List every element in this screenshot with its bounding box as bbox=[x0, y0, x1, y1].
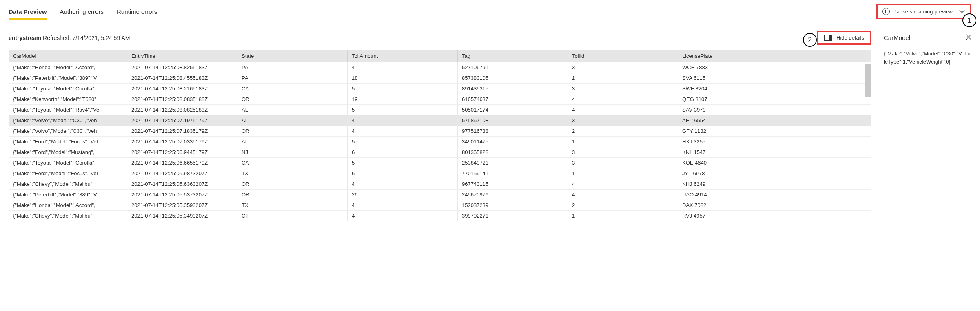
cell-tag[interactable]: 253840721 bbox=[458, 158, 568, 168]
table-row[interactable]: {"Make":"Volvo","Model":"C30","Veh2021-0… bbox=[9, 115, 871, 126]
cell-tollamount[interactable]: 5 bbox=[348, 137, 458, 147]
cell-state[interactable]: PA bbox=[237, 73, 348, 84]
tab-authoring-errors[interactable]: Authoring errors bbox=[60, 4, 104, 19]
cell-tollid[interactable]: 3 bbox=[568, 158, 678, 168]
cell-tag[interactable]: 801365828 bbox=[458, 147, 568, 158]
cell-entrytime[interactable]: 2021-07-14T12:25:05.9873207Z bbox=[127, 168, 237, 179]
cell-tollamount[interactable]: 18 bbox=[348, 73, 458, 84]
cell-state[interactable]: TX bbox=[237, 168, 348, 179]
pause-streaming-button[interactable]: Pause streaming preview 1 bbox=[876, 4, 971, 19]
cell-plate[interactable]: DAK 7082 bbox=[678, 200, 871, 211]
cell-tollamount[interactable]: 4 bbox=[348, 62, 458, 73]
cell-carmodel[interactable]: {"Make":"Ford","Model":"Mustang", bbox=[9, 147, 127, 158]
table-row[interactable]: {"Make":"Kenworth","Model":"T680"2021-07… bbox=[9, 94, 871, 105]
cell-entrytime[interactable]: 2021-07-14T12:25:07.0335179Z bbox=[127, 137, 237, 147]
cell-tollamount[interactable]: 6 bbox=[348, 147, 458, 158]
cell-tollid[interactable]: 2 bbox=[568, 200, 678, 211]
vertical-scrollbar[interactable] bbox=[865, 64, 871, 97]
cell-plate[interactable]: WCE 7883 bbox=[678, 62, 871, 73]
cell-carmodel[interactable]: {"Make":"Volvo","Model":"C30","Veh bbox=[9, 115, 127, 126]
table-row[interactable]: {"Make":"Toyota","Model":"Corolla",2021-… bbox=[9, 84, 871, 94]
cell-tag[interactable]: 245670976 bbox=[458, 190, 568, 200]
col-header-licenseplate[interactable]: LicensePlate bbox=[678, 50, 871, 62]
cell-state[interactable]: AL bbox=[237, 115, 348, 126]
cell-plate[interactable]: KHJ 6249 bbox=[678, 179, 871, 190]
cell-plate[interactable]: QEG 8107 bbox=[678, 94, 871, 105]
col-header-carmodel[interactable]: CarModel bbox=[9, 50, 127, 62]
cell-tollamount[interactable]: 4 bbox=[348, 126, 458, 137]
cell-tollid[interactable]: 1 bbox=[568, 137, 678, 147]
cell-tollid[interactable]: 2 bbox=[568, 126, 678, 137]
cell-entrytime[interactable]: 2021-07-14T12:25:05.3493207Z bbox=[127, 211, 237, 221]
hide-details-button[interactable]: 2 Hide details bbox=[817, 31, 871, 45]
col-header-entrytime[interactable]: EntryTime bbox=[127, 50, 237, 62]
cell-tag[interactable]: 505017174 bbox=[458, 105, 568, 115]
col-header-tag[interactable]: Tag bbox=[458, 50, 568, 62]
cell-carmodel[interactable]: {"Make":"Peterbilt","Model":"389","V bbox=[9, 73, 127, 84]
cell-tollid[interactable]: 4 bbox=[568, 94, 678, 105]
table-row[interactable]: {"Make":"Volvo","Model":"C30","Veh2021-0… bbox=[9, 126, 871, 137]
tab-data-preview[interactable]: Data Preview bbox=[9, 4, 47, 19]
cell-plate[interactable]: HXJ 3255 bbox=[678, 137, 871, 147]
cell-entrytime[interactable]: 2021-07-14T12:25:06.9445179Z bbox=[127, 147, 237, 158]
cell-tollamount[interactable]: 19 bbox=[348, 94, 458, 105]
cell-tollid[interactable]: 1 bbox=[568, 211, 678, 221]
cell-tollamount[interactable]: 4 bbox=[348, 115, 458, 126]
cell-tollid[interactable]: 3 bbox=[568, 147, 678, 158]
cell-tag[interactable]: 891439315 bbox=[458, 84, 568, 94]
cell-state[interactable]: AL bbox=[237, 105, 348, 115]
cell-tollamount[interactable]: 5 bbox=[348, 105, 458, 115]
cell-entrytime[interactable]: 2021-07-14T12:25:08.4555183Z bbox=[127, 73, 237, 84]
cell-entrytime[interactable]: 2021-07-14T12:25:05.6363207Z bbox=[127, 179, 237, 190]
cell-carmodel[interactable]: {"Make":"Toyota","Model":"Rav4","Ve bbox=[9, 105, 127, 115]
cell-tag[interactable]: 399702271 bbox=[458, 211, 568, 221]
cell-tag[interactable]: 575867108 bbox=[458, 115, 568, 126]
table-row[interactable]: {"Make":"Ford","Model":"Focus","Vel2021-… bbox=[9, 137, 871, 147]
col-header-tollamount[interactable]: TollAmount bbox=[348, 50, 458, 62]
table-row[interactable]: {"Make":"Chevy","Model":"Malibu",2021-07… bbox=[9, 211, 871, 221]
cell-plate[interactable]: AEP 6554 bbox=[678, 115, 871, 126]
cell-state[interactable]: CA bbox=[237, 84, 348, 94]
cell-entrytime[interactable]: 2021-07-14T12:25:08.2165183Z bbox=[127, 84, 237, 94]
cell-state[interactable]: CT bbox=[237, 211, 348, 221]
cell-carmodel[interactable]: {"Make":"Toyota","Model":"Corolla", bbox=[9, 158, 127, 168]
cell-tollid[interactable]: 1 bbox=[568, 168, 678, 179]
cell-plate[interactable]: GFY 1132 bbox=[678, 126, 871, 137]
cell-state[interactable]: AL bbox=[237, 137, 348, 147]
cell-carmodel[interactable]: {"Make":"Chevy","Model":"Malibu", bbox=[9, 179, 127, 190]
cell-entrytime[interactable]: 2021-07-14T12:25:07.1835179Z bbox=[127, 126, 237, 137]
cell-state[interactable]: OR bbox=[237, 190, 348, 200]
col-header-tollid[interactable]: TollId bbox=[568, 50, 678, 62]
cell-tollid[interactable]: 3 bbox=[568, 84, 678, 94]
cell-carmodel[interactable]: {"Make":"Honda","Model":"Accord", bbox=[9, 200, 127, 211]
cell-tag[interactable]: 527106791 bbox=[458, 62, 568, 73]
cell-state[interactable]: OR bbox=[237, 179, 348, 190]
cell-tollamount[interactable]: 4 bbox=[348, 211, 458, 221]
table-row[interactable]: {"Make":"Ford","Model":"Focus","Vel2021-… bbox=[9, 168, 871, 179]
cell-entrytime[interactable]: 2021-07-14T12:25:05.3593207Z bbox=[127, 200, 237, 211]
cell-tollamount[interactable]: 6 bbox=[348, 168, 458, 179]
cell-tollid[interactable]: 3 bbox=[568, 115, 678, 126]
cell-plate[interactable]: KNL 1547 bbox=[678, 147, 871, 158]
cell-entrytime[interactable]: 2021-07-14T12:25:08.0825183Z bbox=[127, 105, 237, 115]
cell-plate[interactable]: RVJ 4957 bbox=[678, 211, 871, 221]
cell-tollamount[interactable]: 26 bbox=[348, 190, 458, 200]
cell-carmodel[interactable]: {"Make":"Ford","Model":"Focus","Vel bbox=[9, 168, 127, 179]
cell-plate[interactable]: SAV 3979 bbox=[678, 105, 871, 115]
cell-carmodel[interactable]: {"Make":"Toyota","Model":"Corolla", bbox=[9, 84, 127, 94]
cell-tag[interactable]: 770159141 bbox=[458, 168, 568, 179]
table-row[interactable]: {"Make":"Ford","Model":"Mustang",2021-07… bbox=[9, 147, 871, 158]
cell-carmodel[interactable]: {"Make":"Volvo","Model":"C30","Veh bbox=[9, 126, 127, 137]
table-row[interactable]: {"Make":"Chevy","Model":"Malibu",2021-07… bbox=[9, 179, 871, 190]
cell-tag[interactable]: 967743115 bbox=[458, 179, 568, 190]
cell-tollid[interactable]: 1 bbox=[568, 73, 678, 84]
table-row[interactable]: {"Make":"Toyota","Model":"Rav4","Ve2021-… bbox=[9, 105, 871, 115]
cell-tollid[interactable]: 3 bbox=[568, 62, 678, 73]
cell-entrytime[interactable]: 2021-07-14T12:25:06.6655179Z bbox=[127, 158, 237, 168]
cell-carmodel[interactable]: {"Make":"Kenworth","Model":"T680" bbox=[9, 94, 127, 105]
cell-tollid[interactable]: 4 bbox=[568, 179, 678, 190]
cell-carmodel[interactable]: {"Make":"Chevy","Model":"Malibu", bbox=[9, 211, 127, 221]
cell-tollamount[interactable]: 4 bbox=[348, 179, 458, 190]
cell-tollamount[interactable]: 4 bbox=[348, 200, 458, 211]
cell-tag[interactable]: 616574637 bbox=[458, 94, 568, 105]
